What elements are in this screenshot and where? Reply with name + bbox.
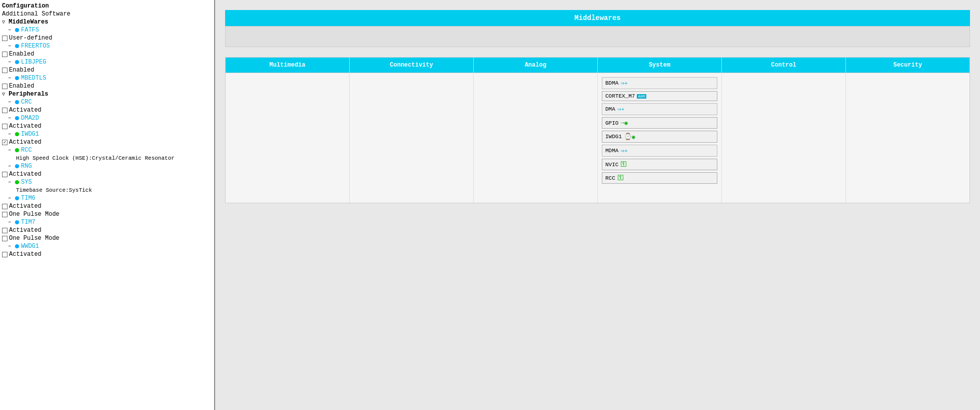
- sys-dot: [15, 180, 19, 184]
- system-btn-dma[interactable]: DMA⇒+: [602, 103, 717, 115]
- libjpeg-node[interactable]: − LIBJPEG: [0, 58, 214, 66]
- freertos-dot: [15, 44, 19, 48]
- tim6-activated-cb[interactable]: [2, 204, 8, 209]
- wwdg1-activated-row[interactable]: Activated: [0, 250, 214, 258]
- col-analog: [474, 73, 598, 203]
- system-btn-gpio[interactable]: GPIO→◉: [602, 117, 717, 129]
- dma2d-activated-row[interactable]: Activated: [0, 122, 214, 130]
- dma2d-activated-cb[interactable]: [2, 124, 8, 129]
- middlewares-node[interactable]: ▽ MiddleWares: [0, 18, 214, 26]
- tim7-dot: [15, 220, 19, 224]
- middlewares-expand: ▽: [2, 20, 5, 25]
- gpio-icon: →◉: [620, 119, 627, 127]
- mbedtls-dot: [15, 76, 19, 80]
- freertos-enabled-row[interactable]: Enabled: [0, 50, 214, 58]
- cortex_m7-icon: ARM: [637, 93, 646, 99]
- fatfs-userdefined-row[interactable]: User-defined: [0, 34, 214, 42]
- tab-multimedia[interactable]: Multimedia: [226, 58, 350, 73]
- rng-activated-row[interactable]: Activated: [0, 170, 214, 178]
- tab-system[interactable]: System: [598, 58, 722, 73]
- nvic-icon: ⚿: [620, 161, 627, 168]
- tab-analog[interactable]: Analog: [474, 58, 598, 73]
- peripherals-section: Multimedia Connectivity Analog System Co…: [225, 57, 970, 203]
- tim6-activated-row[interactable]: Activated: [0, 202, 214, 210]
- tim6-opm-cb[interactable]: [2, 212, 8, 217]
- system-btn-bdma[interactable]: BDMA⇒+: [602, 77, 717, 89]
- tim7-node[interactable]: − TIM7: [0, 218, 214, 226]
- iwdg1-activated-row[interactable]: ✓ Activated: [0, 138, 214, 146]
- rcc-hse-row: High Speed Clock (HSE):Crystal/Ceramic R…: [0, 154, 214, 162]
- system-btn-mdma[interactable]: MDMA⇒+: [602, 145, 717, 157]
- col-connectivity: [350, 73, 474, 203]
- tim7-opm-cb[interactable]: [2, 236, 8, 241]
- libjpeg-dot: [15, 60, 19, 64]
- config-header: Configuration: [0, 2, 214, 10]
- middlewares-header: Middlewares: [225, 10, 970, 26]
- wwdg1-activated-cb[interactable]: [2, 252, 8, 257]
- tim7-activated-row[interactable]: Activated: [0, 226, 214, 234]
- mbedtls-enabled-row[interactable]: Enabled: [0, 82, 214, 90]
- crc-dot: [15, 100, 19, 104]
- iwdg1-icon: ⌚◉: [624, 133, 635, 141]
- freertos-enabled-cb[interactable]: [2, 52, 8, 57]
- tab-header-row: Multimedia Connectivity Analog System Co…: [225, 57, 970, 73]
- mbedtls-enabled-cb[interactable]: [2, 84, 8, 89]
- iwdg1-activated-cb[interactable]: ✓: [2, 140, 8, 145]
- fatfs-userdefined-cb[interactable]: [2, 36, 8, 41]
- col-security: [846, 73, 969, 203]
- iwdg1-dot: [15, 132, 19, 136]
- tim7-opm-row[interactable]: One Pulse Mode: [0, 234, 214, 242]
- system-btn-nvic[interactable]: NVIC⚿: [602, 159, 717, 170]
- additional-software[interactable]: Additional Software: [0, 10, 214, 18]
- sys-node[interactable]: − SYS: [0, 178, 214, 186]
- mbedtls-node[interactable]: − MBEDTLS: [0, 74, 214, 82]
- bdma-icon: ⇒+: [620, 79, 627, 87]
- crc-activated-cb[interactable]: [2, 108, 8, 113]
- fatfs-dot: [15, 28, 19, 32]
- freertos-node[interactable]: − FREERTOS: [0, 42, 214, 50]
- rcc-icon: ⚿: [617, 174, 624, 182]
- tab-content-row: BDMA⇒+CORTEX_M7ARMDMA⇒+GPIO→◉IWDG1⌚◉MDMA…: [225, 73, 970, 203]
- dma2d-node[interactable]: − DMA2D: [0, 114, 214, 122]
- tim6-opm-row[interactable]: One Pulse Mode: [0, 210, 214, 218]
- fatfs-node[interactable]: − FATFS: [0, 26, 214, 34]
- tim7-activated-cb[interactable]: [2, 228, 8, 233]
- crc-activated-row[interactable]: Activated: [0, 106, 214, 114]
- dma2d-dot: [15, 116, 19, 120]
- wwdg1-node[interactable]: − WWDG1: [0, 242, 214, 250]
- system-btn-iwdg1[interactable]: IWDG1⌚◉: [602, 131, 717, 143]
- system-btn-rcc[interactable]: RCC⚿: [602, 172, 717, 184]
- libjpeg-enabled-row[interactable]: Enabled: [0, 66, 214, 74]
- libjpeg-enabled-cb[interactable]: [2, 68, 8, 73]
- tim6-dot: [15, 196, 19, 200]
- peripherals-node[interactable]: ▽ Peripherals: [0, 90, 214, 98]
- rng-node[interactable]: − RNG: [0, 162, 214, 170]
- iwdg1-node[interactable]: − IWDG1: [0, 130, 214, 138]
- system-btn-cortex_m7[interactable]: CORTEX_M7ARM: [602, 91, 717, 101]
- mdma-icon: ⇒+: [620, 147, 627, 155]
- middlewares-body: [225, 26, 970, 47]
- right-panel: Middlewares Multimedia Connectivity Anal…: [215, 0, 980, 410]
- wwdg1-dot: [15, 244, 19, 248]
- crc-node[interactable]: − CRC: [0, 98, 214, 106]
- rcc-dot: [15, 148, 19, 152]
- rng-activated-cb[interactable]: [2, 172, 8, 177]
- tab-control[interactable]: Control: [722, 58, 846, 73]
- col-multimedia: [226, 73, 350, 203]
- left-panel: Configuration Additional Software ▽ Midd…: [0, 0, 215, 410]
- tab-connectivity[interactable]: Connectivity: [350, 58, 474, 73]
- col-control: [722, 73, 846, 203]
- rng-dot: [15, 164, 19, 168]
- col-system: BDMA⇒+CORTEX_M7ARMDMA⇒+GPIO→◉IWDG1⌚◉MDMA…: [598, 73, 722, 203]
- middlewares-section: Middlewares: [225, 10, 970, 47]
- rcc-node[interactable]: − RCC: [0, 146, 214, 154]
- dma-icon: ⇒+: [617, 105, 624, 113]
- tim6-node[interactable]: − TIM6: [0, 194, 214, 202]
- sys-timebase-row: Timebase Source:SysTick: [0, 186, 214, 194]
- tab-security[interactable]: Security: [846, 58, 969, 73]
